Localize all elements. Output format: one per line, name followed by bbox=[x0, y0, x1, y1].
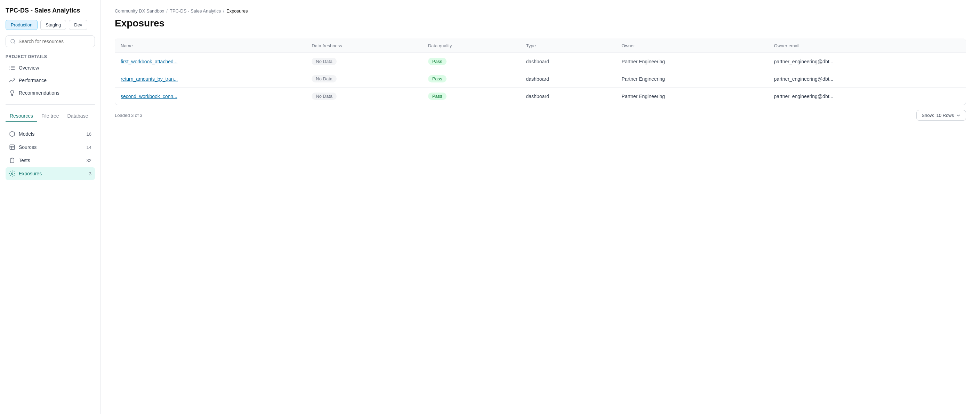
table-row: second_workbook_conn... No Data Pass das… bbox=[115, 88, 966, 105]
table-icon bbox=[9, 144, 15, 150]
tab-database[interactable]: Database bbox=[63, 110, 92, 122]
nav-item-overview[interactable]: Overview bbox=[6, 62, 95, 74]
exposures-table-container: Name Data freshness Data quality Type Ow… bbox=[115, 38, 966, 105]
row-3-owner: Partner Engineering bbox=[616, 88, 768, 105]
row-1-owner: Partner Engineering bbox=[616, 53, 768, 70]
row-2-owner: Partner Engineering bbox=[616, 70, 768, 88]
resource-models-label: Models bbox=[19, 131, 34, 137]
main-content: Community DX Sandbox / TPC-DS - Sales An… bbox=[101, 0, 980, 414]
table-body: first_workbook_attached... No Data Pass … bbox=[115, 53, 966, 105]
chevron-down-icon bbox=[956, 113, 961, 118]
resource-models-count: 16 bbox=[87, 132, 91, 137]
exposures-table: Name Data freshness Data quality Type Ow… bbox=[115, 39, 966, 105]
tab-file-tree[interactable]: File tree bbox=[37, 110, 63, 122]
row-3-type: dashboard bbox=[520, 88, 616, 105]
env-tab-group: Production Staging Dev bbox=[6, 20, 95, 30]
svg-rect-10 bbox=[10, 145, 14, 150]
col-owner: Owner bbox=[616, 39, 768, 53]
row-3-email: partner_engineering@dbt... bbox=[768, 88, 966, 105]
resource-tests-count: 32 bbox=[87, 158, 91, 163]
table-row: first_workbook_attached... No Data Pass … bbox=[115, 53, 966, 70]
breadcrumb: Community DX Sandbox / TPC-DS - Sales An… bbox=[115, 8, 966, 14]
search-icon bbox=[10, 38, 16, 44]
row-3-quality: Pass bbox=[428, 92, 447, 100]
env-tab-staging[interactable]: Staging bbox=[40, 20, 66, 30]
col-name: Name bbox=[115, 39, 306, 53]
col-data-freshness: Data freshness bbox=[306, 39, 422, 53]
breadcrumb-current: Exposures bbox=[226, 8, 248, 14]
sidebar-divider bbox=[6, 104, 95, 105]
resource-item-models[interactable]: Models 16 bbox=[6, 128, 95, 140]
row-1-email: partner_engineering@dbt... bbox=[768, 53, 966, 70]
col-owner-email: Owner email bbox=[768, 39, 966, 53]
row-2-quality: Pass bbox=[428, 75, 447, 83]
page-title: Exposures bbox=[115, 18, 966, 29]
lightbulb-icon bbox=[9, 90, 15, 96]
cube-icon bbox=[9, 131, 15, 137]
clipboard-icon bbox=[9, 157, 15, 164]
search-input[interactable] bbox=[18, 38, 91, 44]
nav-item-recommendations-label: Recommendations bbox=[19, 90, 59, 96]
resource-item-exposures[interactable]: Exposures 3 bbox=[6, 167, 95, 180]
table-row: return_amounts_by_tran... No Data Pass d… bbox=[115, 70, 966, 88]
row-2-freshness: No Data bbox=[312, 75, 337, 83]
breadcrumb-sep-2: / bbox=[223, 8, 224, 14]
env-tab-dev[interactable]: Dev bbox=[69, 20, 87, 30]
resource-exposures-label: Exposures bbox=[19, 171, 42, 177]
row-1-freshness: No Data bbox=[312, 58, 337, 65]
tab-resources[interactable]: Resources bbox=[6, 110, 37, 122]
show-rows-label: Show: bbox=[921, 113, 934, 118]
row-1-name[interactable]: first_workbook_attached... bbox=[121, 59, 177, 64]
row-2-name[interactable]: return_amounts_by_tran... bbox=[121, 76, 178, 82]
resource-sources-count: 14 bbox=[87, 145, 91, 150]
row-1-type: dashboard bbox=[520, 53, 616, 70]
list-icon bbox=[9, 65, 15, 71]
svg-line-1 bbox=[14, 43, 15, 43]
row-2-email: partner_engineering@dbt... bbox=[768, 70, 966, 88]
nav-item-recommendations[interactable]: Recommendations bbox=[6, 87, 95, 99]
sidebar: TPC-DS - Sales Analytics Production Stag… bbox=[0, 0, 101, 414]
resource-item-sources[interactable]: Sources 14 bbox=[6, 141, 95, 153]
exposure-icon bbox=[9, 170, 15, 177]
nav-item-performance[interactable]: Performance bbox=[6, 75, 95, 86]
nav-item-performance-label: Performance bbox=[19, 78, 46, 83]
nav-item-overview-label: Overview bbox=[19, 65, 39, 71]
breadcrumb-project[interactable]: TPC-DS - Sales Analytics bbox=[170, 8, 221, 14]
app-title: TPC-DS - Sales Analytics bbox=[6, 7, 95, 14]
chart-icon bbox=[9, 77, 15, 83]
col-type: Type bbox=[520, 39, 616, 53]
breadcrumb-community[interactable]: Community DX Sandbox bbox=[115, 8, 164, 14]
env-tab-production[interactable]: Production bbox=[6, 20, 38, 30]
breadcrumb-sep-1: / bbox=[166, 8, 168, 14]
search-box bbox=[6, 35, 95, 47]
row-2-type: dashboard bbox=[520, 70, 616, 88]
table-footer: Loaded 3 of 3 Show: 10 Rows bbox=[115, 105, 966, 126]
show-rows-button[interactable]: Show: 10 Rows bbox=[916, 110, 966, 121]
resource-sources-label: Sources bbox=[19, 144, 37, 150]
svg-point-15 bbox=[11, 173, 13, 175]
row-3-freshness: No Data bbox=[312, 92, 337, 100]
table-header: Name Data freshness Data quality Type Ow… bbox=[115, 39, 966, 53]
resource-tests-label: Tests bbox=[19, 158, 30, 163]
col-data-quality: Data quality bbox=[423, 39, 520, 53]
resource-item-tests[interactable]: Tests 32 bbox=[6, 154, 95, 167]
svg-rect-14 bbox=[11, 158, 13, 159]
resource-exposures-count: 3 bbox=[89, 171, 91, 177]
row-1-quality: Pass bbox=[428, 58, 447, 65]
loaded-count: Loaded 3 of 3 bbox=[115, 113, 143, 118]
show-rows-value: 10 Rows bbox=[936, 113, 954, 118]
app-layout: TPC-DS - Sales Analytics Production Stag… bbox=[0, 0, 980, 414]
row-3-name[interactable]: second_workbook_conn... bbox=[121, 94, 177, 99]
project-details-label: Project details bbox=[6, 54, 95, 59]
resource-tabs: Resources File tree Database bbox=[6, 110, 95, 122]
